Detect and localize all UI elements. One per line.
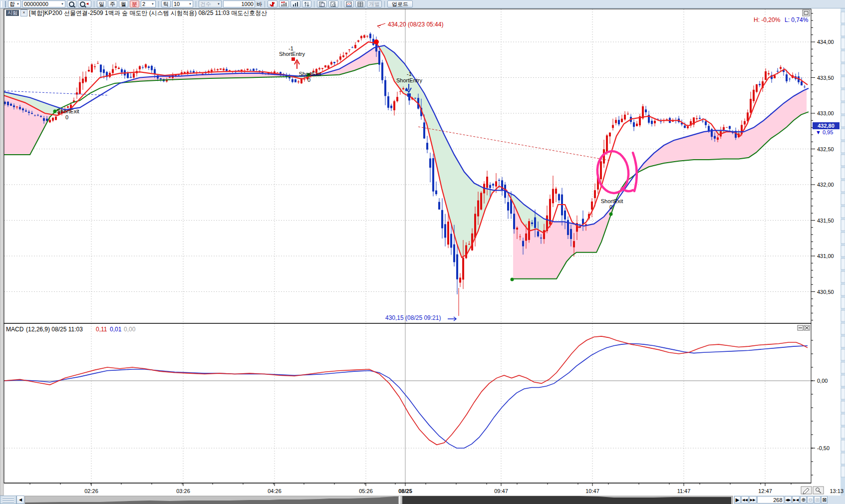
right-toolbar-button[interactable] bbox=[841, 64, 845, 75]
symbol-search-button[interactable] bbox=[67, 0, 76, 7]
separator bbox=[158, 1, 159, 7]
signal-marks-button[interactable] bbox=[279, 0, 289, 7]
close-chart-button[interactable]: ⊠ bbox=[821, 496, 828, 504]
right-toolbar-button[interactable] bbox=[841, 103, 845, 114]
individual-button: 개별 bbox=[367, 0, 382, 7]
splitter-handle[interactable] bbox=[0, 496, 16, 504]
candle-check-icon bbox=[270, 1, 276, 7]
signal-chart-button[interactable] bbox=[268, 0, 278, 7]
right-toolbar-button[interactable] bbox=[841, 388, 845, 399]
symbol-code-combo[interactable]: 00000000 ▼ bbox=[22, 0, 65, 7]
separator bbox=[196, 1, 196, 7]
right-toolbar-button[interactable] bbox=[841, 129, 845, 140]
tick-value-select[interactable]: 10 ▼ bbox=[172, 0, 193, 7]
right-toolbar-button[interactable] bbox=[841, 401, 845, 412]
right-toolbar-button[interactable] bbox=[841, 194, 845, 205]
minute-value-select[interactable]: 2 ▼ bbox=[141, 0, 156, 7]
search-icon bbox=[69, 1, 74, 7]
right-toolbar-button[interactable] bbox=[841, 362, 845, 373]
macd-params: (12,26,9) 08/25 11:03 bbox=[26, 326, 83, 333]
period-tick-button[interactable]: 틱 bbox=[161, 0, 171, 7]
right-toolbar-button[interactable] bbox=[841, 77, 845, 88]
right-toolbar-button[interactable] bbox=[841, 207, 845, 218]
volume-chart-button[interactable] bbox=[290, 0, 300, 7]
time-end-label: 13:13 bbox=[830, 488, 844, 494]
up-down-arrows-icon bbox=[304, 1, 309, 7]
period-month-button[interactable]: 월 bbox=[119, 0, 128, 7]
scrollbar-thumb[interactable] bbox=[402, 496, 731, 504]
right-toolbar-button[interactable] bbox=[841, 258, 845, 269]
report-chart-button[interactable] bbox=[344, 0, 354, 7]
right-toolbar-button[interactable] bbox=[841, 297, 845, 308]
right-toolbar-button[interactable] bbox=[841, 466, 845, 477]
right-toolbar-button[interactable] bbox=[841, 375, 845, 386]
bar-width-increase-button[interactable]: ▶◀ bbox=[792, 496, 800, 504]
scroll-left-button[interactable]: ◀ bbox=[16, 496, 24, 504]
market-type-select[interactable]: 합 ▼ bbox=[8, 0, 21, 7]
right-toolbar-button[interactable] bbox=[841, 155, 845, 166]
right-toolbar-button[interactable] bbox=[841, 181, 845, 192]
right-toolbar-button[interactable] bbox=[841, 440, 845, 451]
step-forward-button[interactable]: ▶ bbox=[734, 496, 741, 504]
market-type-value: 합 bbox=[9, 0, 15, 8]
exit-dot-left bbox=[53, 110, 57, 113]
grid-view-button[interactable] bbox=[355, 0, 365, 7]
price-tick-label: 430,50 bbox=[817, 289, 834, 295]
bar-width-decrease-button[interactable]: ◀▶ bbox=[785, 496, 792, 504]
high-percent-label: H: -0,20% bbox=[754, 16, 781, 23]
right-toolbar-button[interactable] bbox=[841, 168, 845, 179]
separator bbox=[265, 1, 265, 7]
visible-bars-input[interactable] bbox=[757, 496, 784, 504]
bar-chart-icon bbox=[292, 1, 298, 7]
restore-window-icon[interactable] bbox=[803, 10, 810, 16]
search-back-icon bbox=[80, 1, 85, 7]
right-toolbar-button[interactable] bbox=[841, 453, 845, 464]
time-tick-label: 11:47 bbox=[677, 488, 691, 494]
bar-count-input[interactable]: 1000 bbox=[223, 0, 255, 7]
signal-shortexit-1-qty: 0 bbox=[307, 77, 310, 83]
right-toolbar-button[interactable] bbox=[841, 116, 845, 127]
upload-button[interactable]: 업로드 bbox=[387, 0, 413, 7]
copy-chart-button[interactable] bbox=[317, 0, 327, 7]
last-price-value: 432,80 bbox=[818, 123, 835, 129]
collapsed-left-pane[interactable] bbox=[0, 8, 3, 496]
zoom-in-button[interactable]: ⊕ bbox=[800, 496, 807, 504]
close-icon[interactable]: × bbox=[20, 9, 27, 16]
sort-updown-button[interactable] bbox=[302, 0, 311, 7]
right-toolbar-button[interactable] bbox=[841, 38, 845, 49]
right-toolbar-button[interactable] bbox=[841, 271, 845, 282]
right-toolbar-button[interactable] bbox=[841, 25, 845, 36]
right-toolbar-button[interactable] bbox=[841, 51, 845, 62]
period-week-button[interactable]: 주 bbox=[108, 0, 117, 7]
signal-shortentry-2: ShortEntry bbox=[396, 77, 422, 83]
right-toolbar-button[interactable] bbox=[841, 349, 845, 360]
signal-shortentry-1: ShortEntry bbox=[279, 51, 305, 57]
fast-backward-button[interactable]: ◀◀ bbox=[741, 496, 749, 504]
chart-title-row: 시험 × [복합]KP200 선물연결-2509 1맥과 숲 매도만 (시스템 … bbox=[6, 9, 267, 16]
document-copy-icon bbox=[319, 1, 325, 7]
period-day-button[interactable]: 일 bbox=[97, 0, 106, 7]
search-chart-button[interactable] bbox=[328, 0, 338, 7]
right-toolbar-button[interactable] bbox=[841, 220, 845, 231]
right-toolbar-button[interactable] bbox=[841, 414, 845, 425]
toolbar-grip[interactable] bbox=[1, 1, 6, 7]
right-toolbar-button[interactable] bbox=[841, 246, 845, 256]
right-toolbar-button[interactable] bbox=[841, 90, 845, 101]
right-toolbar-button[interactable] bbox=[841, 142, 845, 153]
right-toolbar-button[interactable] bbox=[841, 233, 845, 244]
right-toolbar-button[interactable] bbox=[841, 427, 845, 438]
zoom-tool-button[interactable] bbox=[813, 487, 824, 494]
fast-forward-button[interactable]: ▶▶ bbox=[749, 496, 757, 504]
entry-square-2 bbox=[407, 93, 411, 97]
right-toolbar-button[interactable] bbox=[841, 336, 845, 347]
right-toolbar-button[interactable] bbox=[841, 310, 845, 321]
right-toolbar-button[interactable] bbox=[841, 12, 845, 23]
high-annotation: 434,20 (08/23 05:44) bbox=[388, 21, 443, 28]
right-toolbar-button[interactable] bbox=[841, 323, 845, 334]
symbol-recent-button[interactable]: ◄ bbox=[78, 0, 91, 7]
period-minute-button[interactable]: 분 bbox=[130, 0, 139, 7]
price-change-value: ▼ 0,95 bbox=[816, 129, 833, 135]
table-grid-icon bbox=[357, 1, 363, 7]
right-toolbar-button[interactable] bbox=[841, 284, 845, 295]
price-tick-label: 432,50 bbox=[817, 146, 834, 152]
